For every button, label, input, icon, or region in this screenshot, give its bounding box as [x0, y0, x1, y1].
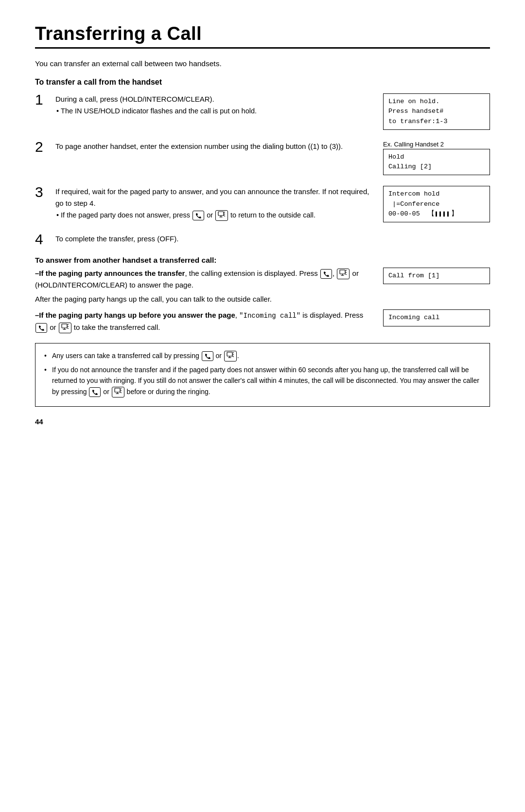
svg-rect-4: [218, 212, 224, 216]
step-3-main: If required, wait for the paged party to…: [55, 186, 374, 209]
sub1-text: –If the paging party announces the trans…: [35, 268, 374, 290]
step-2-content: To page another handset, enter the exten…: [55, 141, 374, 153]
intercom-icon-note1: [224, 351, 237, 361]
step-3-row: 3 If required, wait for the paged party …: [35, 186, 490, 227]
svg-rect-28: [115, 388, 120, 392]
phone-icon-note1: [202, 351, 213, 361]
answer-sub2-right: Incoming call: [383, 309, 490, 331]
svg-line-31: [120, 392, 122, 393]
answer-sub1-right: Call from [1]: [383, 268, 490, 289]
svg-rect-10: [340, 270, 345, 274]
step-1-main: During a call, press (HOLD/INTERCOM/CLEA…: [55, 93, 374, 105]
step-3-content: If required, wait for the paged party to…: [55, 186, 374, 222]
step-2-lcd: Hold Calling [2]: [383, 149, 490, 176]
step-1-lcd: Line on hold. Press handset# to transfer…: [383, 93, 490, 130]
step-3-number: 3: [35, 184, 55, 200]
phone-icon-2: [320, 269, 332, 279]
intercom-icon: [215, 210, 228, 221]
phone-icon-3: [35, 323, 47, 333]
page-number: 44: [35, 417, 490, 426]
step-2-row: 2 To page another handset, enter the ext…: [35, 141, 490, 180]
answer-sub2-left: –If the paging party hangs up before you…: [35, 309, 374, 333]
step-4-content: To complete the transfer, press (OFF).: [55, 233, 374, 246]
sub1-heading: –If the paging party announces the trans…: [35, 269, 185, 277]
step-1-bullet-1: The IN USE/HOLD indicator flashes and th…: [55, 106, 374, 117]
phone-icon: [192, 211, 204, 220]
section2-heading: To answer from another handset a transfe…: [35, 256, 490, 265]
intercom-icon-3: [59, 323, 71, 333]
sub1-bullet: After the paging party hangs up the call…: [35, 293, 374, 305]
steps-container: 1 During a call, press (HOLD/INTERCOM/CL…: [35, 93, 490, 247]
sub2-lcd: Incoming call: [383, 309, 490, 326]
section1-heading: To transfer a call from the handset: [35, 78, 490, 87]
svg-line-25: [232, 356, 234, 357]
sub2-text: –If the paging party hangs up before you…: [35, 309, 374, 333]
title-rule: [35, 47, 490, 49]
answer-sub1-left: –If the paging party announces the trans…: [35, 268, 374, 305]
svg-rect-16: [62, 324, 67, 328]
step-2-main: To page another handset, enter the exten…: [55, 141, 374, 152]
step-4-main: To complete the transfer, press (OFF).: [55, 233, 374, 244]
step-2-right: Ex. Calling Handset 2 Hold Calling [2]: [383, 141, 490, 180]
step-2-lcd-label: Ex. Calling Handset 2: [383, 141, 490, 148]
step-3-right: Intercom hold |=Conference 00-00-05 【▌▌▌…: [383, 186, 490, 227]
intercom-icon-2: [337, 269, 350, 279]
sub1-lcd: Call from [1]: [383, 268, 490, 284]
step-1-content: During a call, press (HOLD/INTERCOM/CLEA…: [55, 93, 374, 118]
step-4-row: 4 To complete the transfer, press (OFF).: [35, 233, 490, 247]
answer-sub2-row: –If the paging party hangs up before you…: [35, 309, 490, 333]
note-box: Any users can take a transferred call by…: [35, 343, 490, 407]
svg-line-19: [67, 328, 69, 329]
answer-sub1-row: –If the paging party announces the trans…: [35, 268, 490, 305]
section2: To answer from another handset a transfe…: [35, 256, 490, 333]
svg-line-13: [345, 274, 347, 275]
sub2-heading: –If the paging party hangs up before you…: [35, 311, 235, 319]
page-title: Transferring a Call: [35, 23, 490, 44]
step-1-right: Line on hold. Press handset# to transfer…: [383, 93, 490, 135]
note-bullet-1: Any users can take a transferred call by…: [44, 350, 481, 361]
step-4-number: 4: [35, 231, 55, 247]
phone-icon-note2: [89, 387, 101, 397]
intercom-icon-note2: [112, 387, 124, 397]
step-1-row: 1 During a call, press (HOLD/INTERCOM/CL…: [35, 93, 490, 135]
step-1-number: 1: [35, 91, 55, 108]
svg-rect-22: [227, 352, 232, 356]
step-3-bullet-1: If the paged party does not answer, pres…: [55, 210, 374, 221]
sub2-mono: "Incoming call": [239, 312, 300, 320]
intro-text: You can transfer an external call betwee…: [35, 59, 490, 68]
svg-line-7: [224, 216, 225, 217]
step-3-lcd: Intercom hold |=Conference 00-00-05 【▌▌▌…: [383, 186, 490, 222]
step-2-number: 2: [35, 139, 55, 155]
note-bullet-2: If you do not announce the transfer and …: [44, 364, 481, 397]
